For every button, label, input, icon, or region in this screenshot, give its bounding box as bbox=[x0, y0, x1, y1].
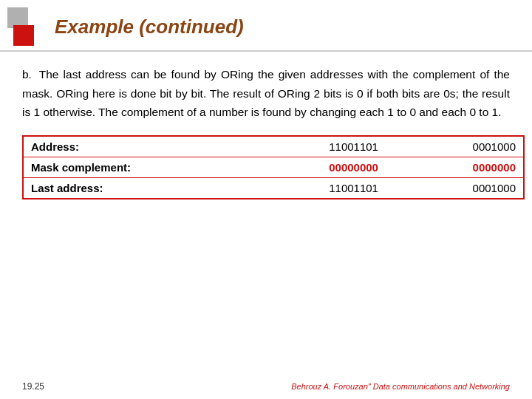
last-val1: 11001101 bbox=[213, 177, 386, 199]
paragraph-b: b. The last address can be found by ORin… bbox=[22, 65, 510, 122]
footer: 19.25 Behrouz A. Forouzan" Data communic… bbox=[22, 381, 510, 392]
address-val2: 0001000 bbox=[386, 136, 524, 157]
paragraph-label: b. bbox=[22, 68, 32, 81]
row-label-mask: Mask complement: bbox=[23, 157, 213, 177]
header: Example (continued) bbox=[0, 0, 532, 52]
main-content: b. The last address can be found by ORin… bbox=[0, 52, 532, 217]
row-label-last: Last address: bbox=[23, 177, 213, 199]
paragraph-text: The last address can be found by ORing t… bbox=[22, 68, 510, 118]
mask-val1: 00000000 bbox=[213, 157, 386, 177]
table-row: Address: 11001101 0001000 bbox=[23, 136, 524, 157]
logo bbox=[7, 7, 46, 46]
footer-credit: Behrouz A. Forouzan" Data communications… bbox=[291, 382, 510, 391]
mask-val2: 0000000 bbox=[386, 157, 524, 177]
table-row: Last address: 11001101 0001000 bbox=[23, 177, 524, 199]
page-number: 19.25 bbox=[22, 381, 44, 392]
row-label-address: Address: bbox=[23, 136, 213, 157]
last-val2: 0001000 bbox=[386, 177, 524, 199]
data-table: Address: 11001101 0001000 Mask complemen… bbox=[22, 135, 525, 200]
table-row: Mask complement: 00000000 0000000 bbox=[23, 157, 524, 177]
logo-square-red bbox=[13, 25, 34, 46]
address-val1: 11001101 bbox=[213, 136, 386, 157]
page-title: Example (continued) bbox=[55, 16, 244, 38]
